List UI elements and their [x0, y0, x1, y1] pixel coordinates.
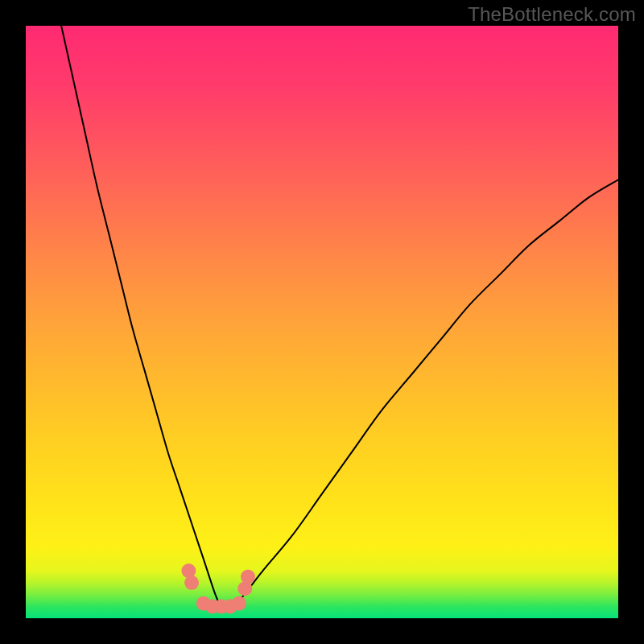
svg-point-1 — [184, 576, 199, 590]
highlight-markers — [181, 564, 255, 613]
watermark-text: TheBottleneck.com — [468, 3, 636, 26]
chart-container: TheBottleneck.com — [0, 0, 644, 644]
svg-point-8 — [241, 569, 255, 584]
curve-layer — [26, 26, 618, 618]
bottleneck-curve — [61, 26, 618, 608]
plot-area — [26, 26, 618, 618]
svg-point-6 — [232, 597, 246, 611]
